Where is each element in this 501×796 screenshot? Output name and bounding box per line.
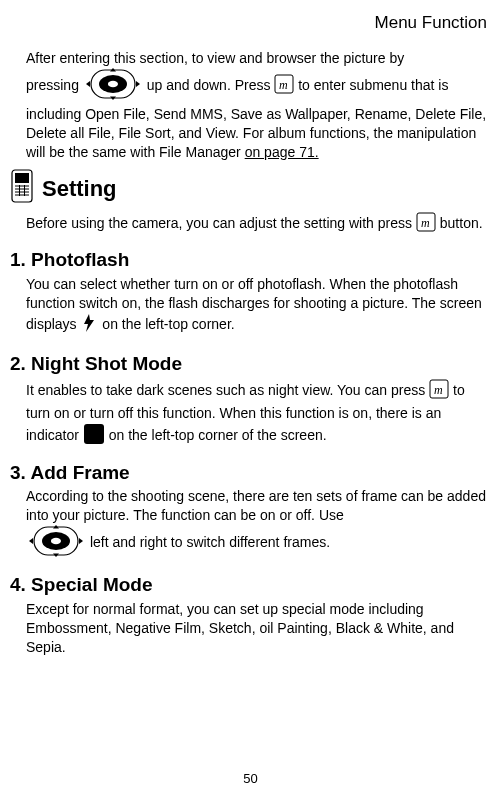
page-number: 50 (0, 770, 501, 788)
nav-pad-icon (83, 68, 143, 105)
nightshot-text-1: It enables to take dark scenes such as n… (26, 382, 429, 398)
addframe-text-1: According to the shooting scene, there a… (26, 488, 486, 523)
setting-text-2: button. (440, 215, 483, 231)
addframe-heading: 3. Add Frame (10, 460, 491, 486)
m-key-icon (274, 74, 294, 99)
photoflash-heading: 1. Photoflash (10, 247, 491, 273)
addframe-text-2: left and right to switch different frame… (90, 534, 330, 550)
intro-text-3: up and down. Press (147, 77, 275, 93)
m-key-icon (416, 212, 436, 237)
phone-icon (10, 169, 34, 208)
m-key-icon (429, 379, 449, 404)
nightshot-para: It enables to take dark scenes such as n… (10, 379, 491, 450)
flash-icon (80, 313, 98, 338)
addframe-para: According to the shooting scene, there a… (10, 487, 491, 562)
photoflash-para: You can select whether turn on or off ph… (10, 275, 491, 338)
nav-pad-icon (26, 525, 86, 562)
setting-para: Before using the camera, you can adjust … (10, 212, 491, 237)
setting-text-1: Before using the camera, you can adjust … (26, 215, 416, 231)
specialmode-text-1: Except for normal format, you can set up… (26, 601, 454, 655)
page-link[interactable]: on page 71. (245, 144, 319, 160)
intro-text-1: After entering this section, to view and… (26, 50, 404, 66)
nightshot-heading: 2. Night Shot Mode (10, 351, 491, 377)
specialmode-heading: 4. Special Mode (10, 572, 491, 598)
nightshot-text-3: on the left-top corner of the screen. (109, 427, 327, 443)
setting-heading: Setting (42, 174, 117, 204)
page-header: Menu Function (10, 12, 491, 35)
moon-icon (83, 423, 105, 450)
photoflash-text-2: on the left-top corner. (102, 316, 234, 332)
intro-para: After entering this section, to view and… (10, 49, 491, 161)
specialmode-para: Except for normal format, you can set up… (10, 600, 491, 657)
intro-text-2: pressing (26, 77, 83, 93)
